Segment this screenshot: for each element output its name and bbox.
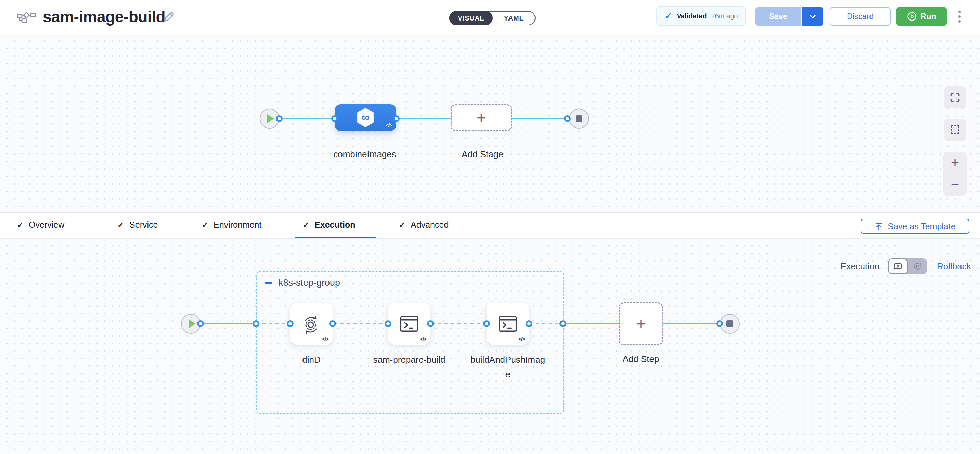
run-play-icon: [907, 11, 917, 22]
execution-view-button[interactable]: [888, 259, 908, 274]
check-icon: ✓: [17, 220, 24, 230]
toggle-yaml[interactable]: YAML: [493, 12, 535, 25]
code-icon: </>: [386, 122, 392, 128]
step-node-sam-prepare-build[interactable]: </>: [388, 303, 430, 344]
tab-label: Environment: [213, 220, 261, 230]
step-label-buildandpushimage: buildAndPushImage: [470, 352, 546, 382]
check-icon: ✓: [665, 11, 672, 22]
zoom-in-button[interactable]: +: [943, 152, 967, 174]
gear-sync-icon: [301, 313, 321, 334]
validated-label: Validated: [677, 12, 707, 20]
check-icon: ✓: [118, 220, 124, 230]
play-icon: [189, 319, 196, 328]
edge-connector: [276, 115, 283, 122]
rollback-view-button[interactable]: [908, 259, 927, 274]
visual-yaml-toggle: VISUAL YAML: [449, 11, 536, 25]
rollback-link[interactable]: Rollback: [937, 261, 971, 272]
edge-connector: [716, 320, 723, 327]
stage-node-combineimages[interactable]: ∞ </>: [335, 104, 396, 131]
tab-environment[interactable]: ✓ Environment: [202, 213, 261, 237]
collapse-group-minus-icon[interactable]: [264, 282, 272, 284]
tab-label: Overview: [29, 220, 64, 230]
ci-stage-hexagon-icon: ∞: [356, 108, 374, 127]
edge-connector: [287, 320, 294, 327]
edge-connector: [427, 320, 434, 327]
add-stage-button[interactable]: +: [451, 104, 512, 131]
marquee-icon: [951, 125, 959, 134]
edge-connector: [483, 320, 490, 327]
add-step-button[interactable]: +: [619, 302, 663, 345]
code-icon: </>: [322, 336, 328, 342]
pipeline-icon: [17, 12, 36, 25]
edge-connector: [197, 320, 204, 327]
toggle-visual[interactable]: VISUAL: [449, 11, 493, 25]
tab-execution[interactable]: ✓ Execution: [302, 213, 356, 237]
add-stage-label: Add Stage: [445, 147, 520, 162]
tab-label: Execution: [315, 220, 355, 230]
edge-connector: [385, 320, 391, 327]
stage-label: combineImages: [327, 147, 402, 162]
marquee-select-button[interactable]: [944, 119, 966, 141]
code-icon: </>: [519, 336, 525, 342]
run-button[interactable]: Run: [896, 7, 947, 26]
discard-button[interactable]: Discard: [830, 7, 891, 26]
step-node-dind[interactable]: </>: [290, 303, 332, 344]
edge-connector: [329, 320, 336, 327]
step-node-buildandpushimage[interactable]: </>: [487, 303, 529, 344]
plus-icon: +: [477, 110, 486, 125]
tab-overview[interactable]: ✓ Overview: [17, 213, 64, 237]
plus-icon: +: [636, 316, 646, 332]
pipeline-header: sam-image-build VISUAL YAML ✓ Validated …: [0, 0, 980, 34]
step-label-dind: dinD: [274, 352, 349, 367]
stage-edge: [279, 117, 569, 119]
save-button[interactable]: Save: [755, 7, 801, 26]
edit-title-pencil-icon[interactable]: [162, 10, 177, 24]
stop-icon: [727, 320, 733, 327]
execution-play-icon: [893, 262, 902, 271]
edge-connector: [393, 115, 400, 122]
svg-text:∞: ∞: [361, 111, 369, 124]
stage-canvas: ∞ </> + combineImages Add Stage + −: [0, 34, 980, 212]
zoom-controls: + −: [943, 152, 967, 195]
save-dropdown-button[interactable]: [801, 7, 823, 26]
edge-connector: [560, 320, 566, 327]
step-label-sam-prepare-build: sam-prepare-build: [372, 352, 447, 367]
pipeline-end-node: [569, 109, 589, 129]
edge-connector: [331, 115, 338, 122]
stage-tab-bar: ✓ Overview ✓ Service ✓ Environment ✓ Exe…: [0, 212, 980, 239]
active-tab-underline: [295, 237, 376, 238]
tab-label: Service: [129, 220, 158, 230]
fullscreen-icon: [950, 92, 960, 103]
fullscreen-button[interactable]: [944, 86, 966, 108]
play-icon: [267, 114, 274, 123]
terminal-icon: [498, 315, 517, 333]
execution-rollback-toggle: [888, 259, 927, 274]
rollback-icon: [913, 262, 922, 271]
execution-view-label: Execution: [828, 261, 880, 272]
upload-icon: [874, 222, 883, 231]
code-icon: </>: [420, 336, 426, 342]
tab-service[interactable]: ✓ Service: [118, 213, 158, 237]
validated-badge[interactable]: ✓ Validated 26m ago: [656, 6, 746, 26]
stop-icon: [576, 115, 582, 122]
add-step-label: Add Step: [603, 352, 679, 367]
exec-edge: [200, 323, 256, 324]
tab-advanced[interactable]: ✓ Advanced: [399, 213, 449, 237]
pipeline-studio: sam-image-build VISUAL YAML ✓ Validated …: [0, 0, 980, 454]
check-icon: ✓: [202, 220, 208, 230]
more-options-kebab-icon[interactable]: [954, 7, 965, 26]
edge-connector: [253, 320, 259, 327]
page-title: sam-image-build: [43, 0, 165, 33]
run-label: Run: [920, 12, 937, 21]
terminal-icon: [400, 315, 419, 333]
zoom-out-button[interactable]: −: [943, 174, 967, 196]
chevron-down-icon: [807, 11, 818, 22]
save-as-template-button[interactable]: Save as Template: [861, 219, 969, 234]
tab-label: Advanced: [410, 220, 449, 230]
step-group-title: k8s-step-group: [278, 278, 340, 288]
check-icon: ✓: [399, 220, 406, 230]
save-split-button: Save: [755, 7, 823, 26]
save-as-template-label: Save as Template: [888, 222, 955, 232]
edge-connector: [526, 320, 533, 327]
execution-canvas: Execution Rollback k8s-step-grou: [0, 239, 980, 454]
